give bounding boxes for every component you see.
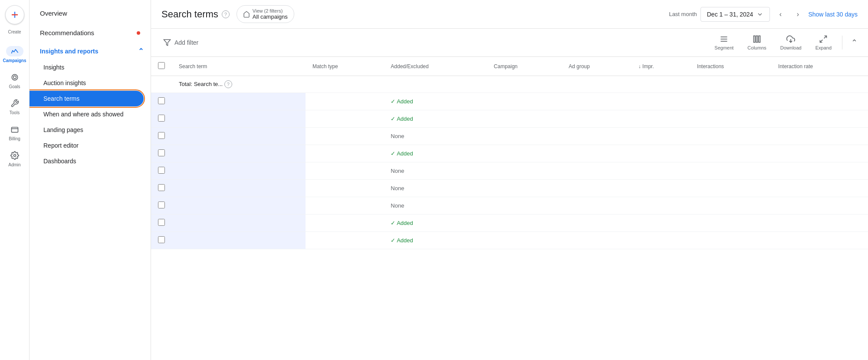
table-row: None	[151, 128, 868, 145]
goals-label: Goals	[9, 84, 20, 89]
row-checkbox-7[interactable]	[158, 201, 165, 208]
nav-campaigns[interactable]: Campaigns	[0, 41, 29, 67]
prev-date-button[interactable]: ‹	[773, 7, 787, 21]
table-header-row: Search term Match type Added/Excluded Ca…	[151, 57, 868, 76]
insights-reports-header[interactable]: Insights and reports ⌃	[30, 43, 151, 59]
row-checkbox-3[interactable]	[158, 132, 165, 139]
table-row: None	[151, 197, 868, 215]
columns-button[interactable]: Columns	[742, 32, 771, 53]
table-row: ✓ Added	[151, 110, 868, 128]
total-help-icon[interactable]: ?	[224, 80, 232, 88]
show-30-days-link[interactable]: Show last 30 days	[808, 11, 858, 18]
nav-billing[interactable]: Billing	[0, 119, 29, 145]
campaigns-icon	[10, 47, 19, 56]
sidebar-item-when-where[interactable]: When and where ads showed	[30, 106, 151, 122]
next-date-button[interactable]: ›	[791, 7, 805, 21]
row-checkbox-2[interactable]	[158, 115, 165, 122]
table-row: ✓ Added	[151, 232, 868, 249]
nav-tools[interactable]: Tools	[0, 93, 29, 119]
svg-point-2	[12, 74, 17, 80]
header-checkbox-cell	[151, 57, 172, 76]
date-range-text: Dec 1 – 31, 2024	[707, 11, 753, 18]
added-badge-1: ✓ Added	[391, 98, 480, 105]
sidebar-item-auction-insights[interactable]: Auction insights	[30, 75, 151, 91]
tools-label: Tools	[10, 110, 20, 115]
svg-rect-13	[759, 36, 760, 43]
sidebar-item-report-editor[interactable]: Report editor	[30, 138, 151, 153]
home-icon	[243, 11, 250, 18]
page-title: Search terms ?	[161, 9, 230, 20]
svg-line-15	[824, 36, 827, 39]
top-header: Search terms ? View (2 filters) All camp…	[151, 0, 868, 29]
table-row: None	[151, 180, 868, 197]
date-label: Last month	[669, 11, 697, 17]
row-checkbox-8[interactable]	[158, 219, 165, 226]
collapse-button[interactable]: ⌃	[848, 35, 861, 50]
sidebar-item-search-terms[interactable]: Search terms	[30, 91, 144, 106]
date-controls: Last month Dec 1 – 31, 2024 ‹ › Show las…	[669, 7, 858, 22]
toolbar-actions: Segment Columns Download	[709, 32, 861, 53]
recommendations-dot	[137, 31, 140, 35]
filter-chip[interactable]: View (2 filters) All campaigns	[237, 5, 294, 23]
added-badge-9: ✓ Added	[391, 237, 480, 244]
search-terms-table: Search term Match type Added/Excluded Ca…	[151, 57, 868, 249]
create-button[interactable]	[5, 5, 24, 24]
icon-navigation: Create Campaigns Goals Tools	[0, 0, 30, 360]
table-toolbar: Add filter Segment Columns	[151, 29, 868, 57]
sidebar-item-insights[interactable]: Insights	[30, 59, 151, 75]
none-text-6: None	[391, 185, 404, 192]
toolbar-divider	[842, 36, 842, 50]
row-checkbox-4[interactable]	[158, 149, 165, 156]
none-text-5: None	[391, 168, 404, 174]
table-row: ✓ Added	[151, 145, 868, 162]
none-text-3: None	[391, 133, 404, 139]
filter-icon	[163, 39, 171, 46]
header-added-excluded: Added/Excluded	[384, 57, 487, 76]
sidebar-item-recommendations[interactable]: Recommendations	[30, 23, 151, 43]
select-all-checkbox[interactable]	[158, 62, 165, 69]
billing-label: Billing	[9, 136, 20, 141]
download-button[interactable]: Download	[775, 32, 807, 53]
svg-rect-4	[11, 127, 18, 132]
header-interaction-rate: Interaction rate	[771, 57, 868, 76]
svg-line-16	[820, 40, 823, 43]
sidebar-item-overview[interactable]: Overview	[30, 3, 151, 23]
added-badge-4: ✓ Added	[391, 150, 480, 157]
total-search-term: Total: Search te... ?	[172, 76, 306, 93]
search-terms-help-icon[interactable]: ?	[222, 10, 230, 18]
expand-button[interactable]: Expand	[810, 32, 837, 53]
row-checkbox-9[interactable]	[158, 236, 165, 243]
none-text-7: None	[391, 202, 404, 209]
added-badge-2: ✓ Added	[391, 116, 480, 122]
chevron-down-icon	[756, 11, 763, 18]
header-impr[interactable]: ↓ Impr.	[631, 57, 690, 76]
row-checkbox-5[interactable]	[158, 167, 165, 174]
svg-point-3	[13, 76, 16, 79]
header-search-term: Search term	[172, 57, 306, 76]
svg-rect-12	[756, 36, 757, 43]
table-row: ✓ Added	[151, 215, 868, 232]
admin-label: Admin	[8, 162, 20, 167]
create-label: Create	[8, 30, 21, 34]
goals-icon	[10, 73, 19, 82]
filter-bottom-text: All campaigns	[253, 13, 288, 20]
nav-goals[interactable]: Goals	[0, 67, 29, 93]
added-badge-8: ✓ Added	[391, 220, 480, 226]
main-content: Search terms ? View (2 filters) All camp…	[151, 0, 868, 360]
columns-icon	[753, 35, 761, 43]
sidebar-item-landing-pages[interactable]: Landing pages	[30, 122, 151, 138]
table-container: Search term Match type Added/Excluded Ca…	[151, 57, 868, 360]
sidebar-item-dashboards[interactable]: Dashboards	[30, 153, 151, 169]
date-selector[interactable]: Dec 1 – 31, 2024	[700, 7, 770, 22]
segment-button[interactable]: Segment	[709, 32, 739, 53]
header-match-type: Match type	[306, 57, 384, 76]
download-icon	[786, 35, 795, 43]
table-row: ✓ Added	[151, 93, 868, 110]
admin-icon	[10, 151, 19, 160]
sidebar: Overview Recommendations Insights and re…	[30, 0, 151, 360]
nav-admin[interactable]: Admin	[0, 145, 29, 172]
expand-icon	[819, 35, 828, 43]
row-checkbox-1[interactable]	[158, 97, 165, 104]
row-checkbox-6[interactable]	[158, 184, 165, 191]
add-filter-button[interactable]: Add filter	[158, 35, 204, 50]
